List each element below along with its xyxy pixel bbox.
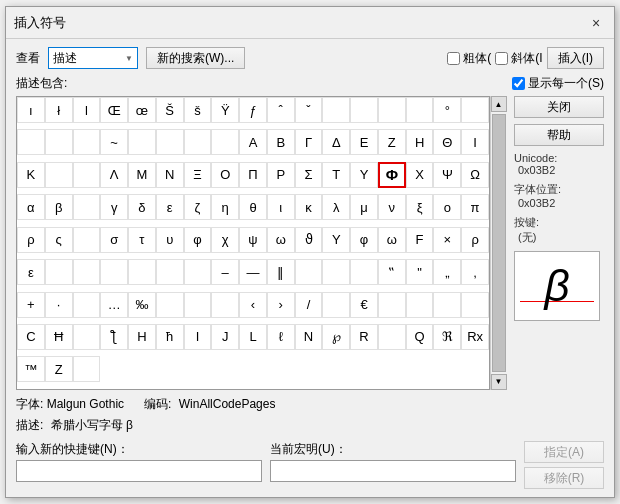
symbol-cell[interactable]: ƪ [100, 324, 128, 350]
symbol-cell[interactable]: θ [239, 194, 267, 220]
symbol-cell[interactable]: X [406, 162, 434, 188]
insert-button[interactable]: 插入(I) [547, 47, 604, 69]
symbol-cell[interactable]: ρ [461, 227, 489, 253]
symbol-cell[interactable]: τ [128, 227, 156, 253]
symbol-cell[interactable]: φ [184, 227, 212, 253]
symbol-cell[interactable] [461, 97, 489, 123]
symbol-cell[interactable] [322, 97, 350, 123]
symbol-cell[interactable]: ™ [17, 356, 45, 382]
symbol-cell[interactable]: / [295, 292, 323, 318]
remove-button[interactable]: 移除(R) [524, 467, 604, 489]
symbol-cell[interactable] [211, 129, 239, 155]
symbol-cell[interactable]: ł [45, 97, 73, 123]
symbol-cell[interactable]: Σ [295, 162, 323, 188]
symbol-cell[interactable] [128, 129, 156, 155]
symbol-cell[interactable]: ħ [156, 324, 184, 350]
symbol-cell[interactable]: Ξ [184, 162, 212, 188]
symbol-cell[interactable] [128, 259, 156, 285]
symbol-cell[interactable]: A [239, 129, 267, 155]
symbol-cell[interactable]: ρ [17, 227, 45, 253]
symbol-cell[interactable] [211, 292, 239, 318]
symbol-cell[interactable] [406, 97, 434, 123]
symbol-cell[interactable]: ° [433, 97, 461, 123]
symbol-cell[interactable]: Π [239, 162, 267, 188]
symbol-cell[interactable] [295, 259, 323, 285]
symbol-cell[interactable]: ‹ [239, 292, 267, 318]
symbol-cell[interactable]: ω [267, 227, 295, 253]
symbol-cell[interactable]: ε [17, 259, 45, 285]
symbol-cell[interactable]: € [350, 292, 378, 318]
symbol-cell[interactable] [350, 259, 378, 285]
symbol-cell[interactable]: – [211, 259, 239, 285]
symbol-cell[interactable]: L [239, 324, 267, 350]
current-shortcut-input[interactable] [270, 460, 516, 482]
symbol-cell[interactable] [433, 292, 461, 318]
symbol-cell[interactable] [350, 97, 378, 123]
symbol-cell[interactable]: E [350, 129, 378, 155]
symbol-cell[interactable]: … [100, 292, 128, 318]
symbol-cell[interactable]: „ [433, 259, 461, 285]
symbol-cell[interactable]: ψ [239, 227, 267, 253]
symbol-cell[interactable]: N [156, 162, 184, 188]
symbol-cell[interactable]: С [17, 324, 45, 350]
symbol-cell[interactable]: B [267, 129, 295, 155]
symbol-cell[interactable]: Θ [433, 129, 461, 155]
symbol-cell[interactable]: F [406, 227, 434, 253]
symbol-cell[interactable] [73, 292, 101, 318]
symbol-cell[interactable]: ξ [406, 194, 434, 220]
symbol-cell[interactable]: ο [433, 194, 461, 220]
symbol-cell[interactable] [184, 259, 212, 285]
bold-checkbox-label[interactable]: 粗体( [447, 50, 491, 67]
symbol-cell[interactable] [73, 356, 101, 382]
symbol-cell[interactable] [17, 129, 45, 155]
new-search-button[interactable]: 新的搜索(W)... [146, 47, 245, 69]
symbol-cell[interactable]: ℓ [267, 324, 295, 350]
symbol-cell[interactable]: Φ [378, 162, 406, 188]
symbol-cell[interactable]: š [184, 97, 212, 123]
symbol-cell[interactable]: , [461, 259, 489, 285]
symbol-cell[interactable]: l [73, 97, 101, 123]
symbol-cell[interactable]: › [267, 292, 295, 318]
close-icon[interactable]: × [586, 13, 606, 33]
symbol-cell[interactable]: κ [295, 194, 323, 220]
symbol-cell[interactable]: ω [378, 227, 406, 253]
symbol-cell[interactable] [378, 292, 406, 318]
symbol-cell[interactable]: Ÿ [211, 97, 239, 123]
symbol-cell[interactable]: ℘ [322, 324, 350, 350]
assign-button[interactable]: 指定(A) [524, 441, 604, 463]
symbol-cell[interactable] [73, 194, 101, 220]
symbol-cell[interactable]: œ [128, 97, 156, 123]
symbol-cell[interactable]: ε [156, 194, 184, 220]
symbol-cell[interactable]: γ [100, 194, 128, 220]
symbol-cell[interactable]: Q [406, 324, 434, 350]
search-type-select[interactable]: 描述 ▼ [48, 47, 138, 69]
symbol-cell[interactable]: β [45, 194, 73, 220]
symbol-cell[interactable] [100, 259, 128, 285]
symbol-cell[interactable] [406, 292, 434, 318]
symbol-cell[interactable]: π [461, 194, 489, 220]
symbol-cell[interactable]: α [17, 194, 45, 220]
symbol-cell[interactable]: Υ [322, 227, 350, 253]
symbol-cell[interactable]: ˇ [295, 97, 323, 123]
symbol-cell[interactable] [184, 129, 212, 155]
symbol-cell[interactable]: λ [322, 194, 350, 220]
symbol-cell[interactable]: I [184, 324, 212, 350]
symbol-cell[interactable]: χ [211, 227, 239, 253]
symbol-cell[interactable]: δ [128, 194, 156, 220]
italic-checkbox-label[interactable]: 斜体(I [495, 50, 542, 67]
symbol-cell[interactable]: " [406, 259, 434, 285]
symbol-cell[interactable]: Ħ [45, 324, 73, 350]
symbol-cell[interactable]: — [239, 259, 267, 285]
symbol-cell[interactable]: Ρ [267, 162, 295, 188]
symbol-cell[interactable]: Š [156, 97, 184, 123]
symbol-cell[interactable]: ϑ [295, 227, 323, 253]
symbol-cell[interactable]: × [433, 227, 461, 253]
symbol-cell[interactable]: Ω [461, 162, 489, 188]
bold-checkbox[interactable] [447, 52, 460, 65]
symbol-cell[interactable] [156, 259, 184, 285]
shortcut-input[interactable] [16, 460, 262, 482]
symbol-cell[interactable] [378, 97, 406, 123]
close-main-button[interactable]: 关闭 [514, 96, 604, 118]
symbol-cell[interactable] [73, 129, 101, 155]
symbol-cell[interactable]: Ψ [433, 162, 461, 188]
